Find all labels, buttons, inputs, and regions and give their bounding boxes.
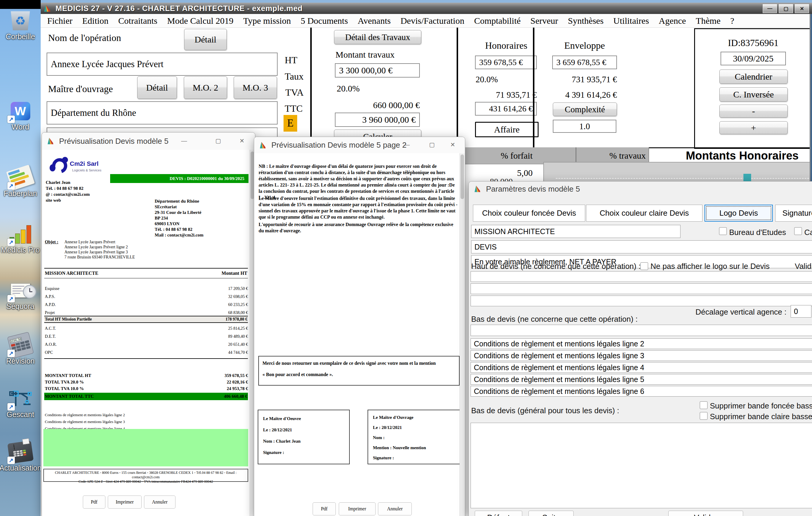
desktop-icon-corbeille[interactable]: ♻ Corbeille <box>0 10 41 41</box>
decalage-field[interactable]: 0 <box>791 305 811 318</box>
menu-syntheses[interactable]: Synthèses <box>568 16 604 26</box>
detail-travaux-button[interactable]: Détail des Travaux <box>334 30 421 44</box>
desktop-icon-medicis-pro[interactable]: ↗ Médicis Pro <box>0 223 41 254</box>
supprimer-bande-claire-checkbox[interactable] <box>700 412 707 420</box>
no-logo-checkbox[interactable] <box>640 262 648 270</box>
haut-devis-line3-field[interactable] <box>470 296 812 306</box>
maximize-button[interactable]: ▢ <box>212 136 224 145</box>
total-row: TOTAL TVA 20.0 %22 028,16 € <box>45 380 248 385</box>
desktop-icon-gescant[interactable]: ↗ Gescant <box>0 388 41 419</box>
contact-website-link[interactable]: site web <box>46 198 61 203</box>
menu-theme[interactable]: Thème <box>696 16 720 26</box>
minimize-button[interactable]: — <box>763 4 777 13</box>
menu-cotraitants[interactable]: Cotraitants <box>118 16 157 26</box>
tab-couleur-claire[interactable]: Choix couleur claire Devis <box>586 205 702 222</box>
mo-detail-button[interactable]: Détail <box>137 76 177 99</box>
mission-title-field[interactable]: MISSION ARCHITECTE <box>471 225 680 238</box>
pdf-button[interactable]: Pdf <box>313 503 336 515</box>
desktop-icon-actualisation[interactable]: ↗ Actualisation <box>0 441 41 472</box>
pdf-button[interactable]: Pdf <box>83 495 106 509</box>
menu-mode-calcul[interactable]: Mode Calcul 2019 <box>167 16 233 26</box>
tab-signature[interactable]: Signature <box>775 205 812 222</box>
imprimer-button[interactable]: Imprimer <box>339 503 376 515</box>
travaux-ttc-field[interactable]: 3 960 000,00 € <box>335 113 420 127</box>
courbe-inversee-button[interactable]: C. Inversée <box>719 87 788 102</box>
travaux-ht-field[interactable]: 3 300 000,00 € <box>335 63 420 78</box>
bas-devis-line1-field[interactable] <box>470 325 812 336</box>
total-row: TOTAL TVA 10.0 %24 953,78 € <box>45 386 248 391</box>
conditions-ligne6-field[interactable]: Conditions de règlement et mentions léga… <box>470 386 812 397</box>
tab-couleur-foncee[interactable]: Choix couleur foncée Devis <box>473 205 585 222</box>
vertical-scrollbar[interactable] <box>460 153 465 516</box>
params-titlebar[interactable]: Paramètres devis modèle 5 <box>469 182 812 196</box>
imprimer-button[interactable]: Imprimer <box>108 495 142 509</box>
haut-devis-line2-field[interactable] <box>470 283 812 294</box>
close-button[interactable]: ✕ <box>795 4 809 13</box>
menu-fichier[interactable]: Fichier <box>47 16 72 26</box>
maximize-button[interactable]: ▢ <box>779 4 793 13</box>
conditions-ligne2-field[interactable]: Conditions de règlement et mentions léga… <box>470 338 812 349</box>
conditions-ligne5-field[interactable]: Conditions de règlement et mentions léga… <box>470 374 812 385</box>
plus-button[interactable]: + <box>719 121 788 134</box>
close-button[interactable]: ✕ <box>447 140 458 150</box>
supprimer-bande-foncee-label: Supprimer bande foncée basse <box>710 401 812 411</box>
ca-checkbox[interactable] <box>794 227 802 235</box>
desktop-icon-faberplan[interactable]: ↗ Faberplan <box>0 167 41 198</box>
calendrier-button[interactable]: Calendrier <box>719 70 788 84</box>
euro-mode-badge[interactable]: E <box>284 115 297 132</box>
minus-button[interactable]: - <box>719 105 788 118</box>
bas-devis-general-textarea[interactable] <box>470 423 812 508</box>
desktop-icon-revision[interactable]: 1234.56 ↗ Révision <box>0 334 41 365</box>
honoraires-tva-value: 71 935,71 € <box>475 90 537 100</box>
menu-serveur[interactable]: Serveur <box>530 16 558 26</box>
shortcut-arrow-icon: ↗ <box>7 457 15 464</box>
supprimer-bande-foncee-checkbox[interactable] <box>700 401 707 409</box>
menu-avenants[interactable]: Avenants <box>358 16 391 26</box>
enveloppe-ht-field[interactable]: 3 659 678,55 € <box>552 56 617 69</box>
desktop-icon-word[interactable]: W ↗ Word <box>0 101 41 131</box>
annuler-button[interactable]: Annuler <box>144 495 175 509</box>
honoraires-ht-field[interactable]: 359 678,55 € <box>475 56 537 69</box>
menu-comptabilite[interactable]: Comptabilité <box>474 16 521 26</box>
operation-detail-button[interactable]: Détail <box>184 29 227 50</box>
valider-button[interactable]: Valider <box>668 511 743 516</box>
maitre-ouvrage-label: Maître d'ouvrage <box>48 83 113 94</box>
word-icon: W ↗ <box>9 101 32 122</box>
annuler-button[interactable]: Annuler <box>378 503 412 515</box>
operation-name-field[interactable]: Annexe Lycée Jacques Prévert <box>47 53 278 76</box>
bureau-etudes-checkbox[interactable] <box>719 227 727 235</box>
maitre-ouvrage-field[interactable]: Département du Rhône <box>47 101 278 125</box>
date-field[interactable]: 30/09/2025 <box>721 52 786 65</box>
desktop-icon-sequora[interactable]: ↗ Séquora <box>0 280 41 311</box>
conditions-ligne4-field[interactable]: Conditions de règlement et mentions léga… <box>470 362 812 373</box>
maximize-button[interactable]: ▢ <box>426 140 438 150</box>
menu-agence[interactable]: Agence <box>659 16 686 26</box>
complexite-button[interactable]: Complexité <box>553 103 617 116</box>
close-button[interactable]: ✕ <box>236 136 248 145</box>
mo2-button[interactable]: M.O. 2 <box>184 76 227 99</box>
devis-title-field[interactable]: DEVIS <box>471 240 812 253</box>
medicis-app-icon <box>473 185 481 193</box>
conditions-ligne3-field[interactable]: Conditions de règlement et mentions léga… <box>470 350 812 361</box>
tab-logo-devis[interactable]: Logo Devis <box>704 205 773 222</box>
minimize-button[interactable]: — <box>401 140 412 150</box>
menu-edition[interactable]: Edition <box>82 16 108 26</box>
defaut-button[interactable]: Défaut <box>475 511 522 516</box>
minimize-button[interactable]: — <box>178 136 190 145</box>
haut-devis-line1-field[interactable] <box>470 271 812 282</box>
main-titlebar[interactable]: MEDICIS 27 - V 27.16 - CHARLET ARCHITECT… <box>41 3 812 14</box>
honoraires-ttc-field[interactable]: 431 614,26 € <box>475 102 537 115</box>
mo3-button[interactable]: M.O. 3 <box>234 76 277 99</box>
menu-devis-facturation[interactable]: Devis/Facturation <box>401 16 464 26</box>
honoraires-title: Honoraires <box>475 40 538 51</box>
menu-utilitaires[interactable]: Utilitaires <box>613 16 649 26</box>
suite-button[interactable]: Suite <box>528 511 574 516</box>
schedule-clock-icon: ↗ <box>9 280 32 301</box>
menu-help[interactable]: ? <box>730 16 734 26</box>
menu-type-mission[interactable]: Type mission <box>243 16 291 26</box>
menu-documents[interactable]: 5 Documents <box>301 16 348 26</box>
desktop-icon-label: Gescant <box>6 410 34 419</box>
complexite-coefficient-field[interactable]: 1.0 <box>553 120 616 133</box>
affaire-button[interactable]: Affaire <box>475 122 539 137</box>
desktop-background <box>0 0 41 516</box>
